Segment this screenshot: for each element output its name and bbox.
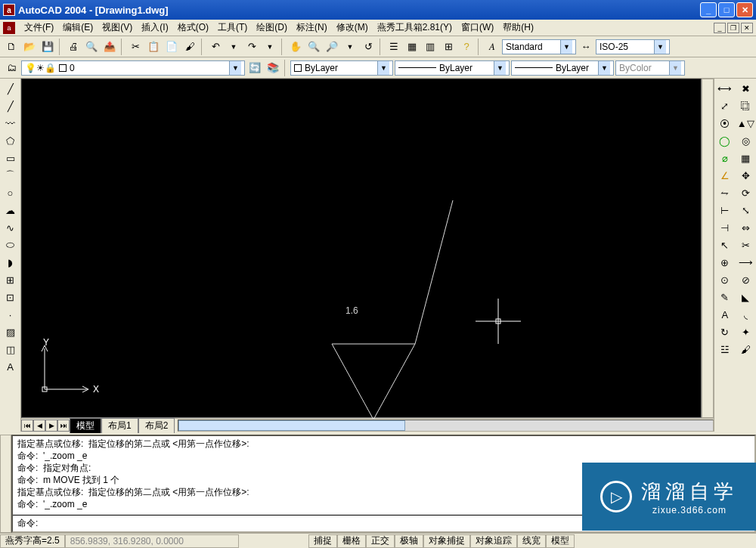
- tab-model[interactable]: 模型: [70, 418, 101, 433]
- dim-continue-button[interactable]: ⊣: [717, 219, 733, 236]
- mirror-button[interactable]: ▲▽: [737, 115, 754, 132]
- menu-file[interactable]: 文件(F): [20, 20, 58, 36]
- dimstyle-combo[interactable]: ISO-25▼: [596, 39, 670, 54]
- circle-tool[interactable]: ○: [2, 184, 19, 201]
- menu-insert[interactable]: 插入(I): [137, 20, 172, 36]
- menu-draw[interactable]: 绘图(D): [252, 20, 292, 36]
- dim-quick-button[interactable]: ⥊: [717, 184, 733, 201]
- zoom-window-button[interactable]: 🔎: [324, 39, 340, 55]
- trim-button[interactable]: ✂: [737, 237, 754, 253]
- menu-modify[interactable]: 修改(M): [332, 20, 373, 36]
- save-button[interactable]: 💾: [39, 39, 56, 55]
- undo-dropdown[interactable]: ▼: [225, 39, 242, 55]
- zoom-dropdown[interactable]: ▼: [342, 39, 358, 55]
- textstyle-combo[interactable]: Standard▼: [502, 39, 576, 54]
- fillet-button[interactable]: ◟: [737, 306, 754, 323]
- tab-nav-next[interactable]: ▶: [45, 420, 57, 432]
- rotate-button[interactable]: ⟳: [737, 184, 754, 201]
- toggle-ortho[interactable]: 正交: [366, 534, 395, 548]
- point-tool[interactable]: ·: [2, 306, 19, 323]
- menu-view[interactable]: 视图(V): [98, 20, 137, 36]
- doc-restore-button[interactable]: ❐: [727, 23, 739, 33]
- toggle-osnap[interactable]: 对象捕捉: [423, 534, 470, 548]
- color-combo[interactable]: ByLayer▼: [290, 60, 393, 76]
- scale-button[interactable]: ⤡: [737, 202, 754, 218]
- toolpalettes-button[interactable]: ▥: [422, 39, 438, 55]
- dbconnect-button[interactable]: ⊞: [440, 39, 457, 55]
- array-button[interactable]: ▦: [737, 150, 754, 166]
- offset-button[interactable]: ◎: [737, 132, 754, 149]
- drawing-canvas[interactable]: 1.6 Y X: [21, 79, 702, 418]
- line-tool[interactable]: ╱: [2, 80, 19, 97]
- tab-layout2[interactable]: 布局2: [138, 418, 175, 433]
- zoom-realtime-button[interactable]: 🔍: [305, 39, 322, 55]
- preview-button[interactable]: 🔍: [83, 39, 100, 55]
- toggle-otrack[interactable]: 对象追踪: [470, 534, 517, 548]
- arc-tool[interactable]: ⌒: [2, 167, 19, 184]
- xline-tool[interactable]: ╱: [2, 98, 19, 114]
- toggle-grid[interactable]: 栅格: [337, 534, 366, 548]
- center-mark-button[interactable]: ⊙: [717, 271, 733, 288]
- region-tool[interactable]: ◫: [2, 341, 19, 358]
- polyline-tool[interactable]: 〰: [2, 115, 19, 132]
- doc-close-button[interactable]: ✕: [741, 23, 753, 33]
- polygon-tool[interactable]: ⬠: [2, 132, 19, 149]
- mdi-icon[interactable]: a: [3, 22, 15, 34]
- menu-dimension[interactable]: 标注(N): [292, 20, 332, 36]
- cut-button[interactable]: ✂: [127, 39, 144, 55]
- zoom-previous-button[interactable]: ↺: [360, 39, 376, 55]
- break-button[interactable]: ⊘: [737, 271, 754, 288]
- menu-yanxiu[interactable]: 燕秀工具箱2.81(Y): [373, 20, 457, 36]
- dim-update-button[interactable]: ↻: [717, 324, 733, 340]
- revcloud-tool[interactable]: ☁: [2, 202, 19, 218]
- lineweight-combo[interactable]: ByLayer▼: [511, 60, 614, 76]
- publish-button[interactable]: 📤: [101, 39, 118, 55]
- spline-tool[interactable]: ∿: [2, 219, 19, 236]
- rectangle-tool[interactable]: ▭: [2, 150, 19, 166]
- dim-style-button[interactable]: ☳: [717, 341, 733, 358]
- plotcolor-combo[interactable]: ByColor▼: [615, 60, 685, 76]
- copy-object-button[interactable]: ⿻: [737, 98, 754, 114]
- doc-minimize-button[interactable]: _: [714, 23, 726, 33]
- erase-button[interactable]: ✖: [737, 80, 754, 97]
- chamfer-button[interactable]: ◣: [737, 289, 754, 305]
- mtext-tool[interactable]: A: [2, 358, 19, 375]
- stretch-button[interactable]: ⇔: [737, 219, 754, 236]
- tab-nav-first[interactable]: ⏮: [21, 420, 33, 432]
- layer-combo[interactable]: 💡 ☀ 🔒 0 ▼: [21, 60, 245, 76]
- toggle-lwt[interactable]: 线宽: [517, 534, 546, 548]
- menu-window[interactable]: 窗口(W): [457, 20, 498, 36]
- dimstyle-button[interactable]: ↔: [578, 39, 594, 55]
- close-button[interactable]: ✕: [736, 2, 753, 17]
- leader-button[interactable]: ↖: [717, 237, 733, 253]
- dim-baseline-button[interactable]: ⊢: [717, 202, 733, 218]
- menu-tools[interactable]: 工具(T): [213, 20, 252, 36]
- layer-states-button[interactable]: 📚: [265, 60, 281, 76]
- help-button[interactable]: ?: [458, 39, 475, 55]
- toggle-snap[interactable]: 捕捉: [308, 534, 337, 548]
- make-block-tool[interactable]: ⊡: [2, 289, 19, 305]
- vertical-scrollbar[interactable]: [702, 79, 714, 418]
- open-button[interactable]: 📂: [21, 39, 38, 55]
- layer-previous-button[interactable]: 🔄: [246, 60, 263, 76]
- undo-button[interactable]: ↶: [207, 39, 224, 55]
- textstyle-button[interactable]: 𝐴: [484, 39, 500, 55]
- menu-help[interactable]: 帮助(H): [498, 20, 538, 36]
- dim-radius-button[interactable]: ◯: [717, 132, 733, 149]
- dim-diameter-button[interactable]: ⌀: [717, 150, 733, 166]
- redo-button[interactable]: ↷: [243, 39, 260, 55]
- insert-block-tool[interactable]: ⊞: [2, 271, 19, 288]
- tolerance-button[interactable]: ⊕: [717, 254, 733, 271]
- move-button[interactable]: ✥: [737, 167, 754, 184]
- dim-ordinate-button[interactable]: ⦿: [717, 115, 733, 132]
- ellipse-tool[interactable]: ⬭: [2, 237, 19, 253]
- paste-button[interactable]: 📄: [163, 39, 180, 55]
- paint-button[interactable]: 🖌: [737, 341, 754, 358]
- pan-button[interactable]: ✋: [287, 39, 304, 55]
- dim-aligned-button[interactable]: ⤢: [717, 98, 733, 114]
- menu-edit[interactable]: 编辑(E): [58, 20, 98, 36]
- tab-nav-last[interactable]: ⏭: [57, 420, 70, 432]
- menu-format[interactable]: 格式(O): [173, 20, 213, 36]
- tab-layout1[interactable]: 布局1: [101, 418, 138, 433]
- linetype-combo[interactable]: ByLayer▼: [395, 60, 510, 76]
